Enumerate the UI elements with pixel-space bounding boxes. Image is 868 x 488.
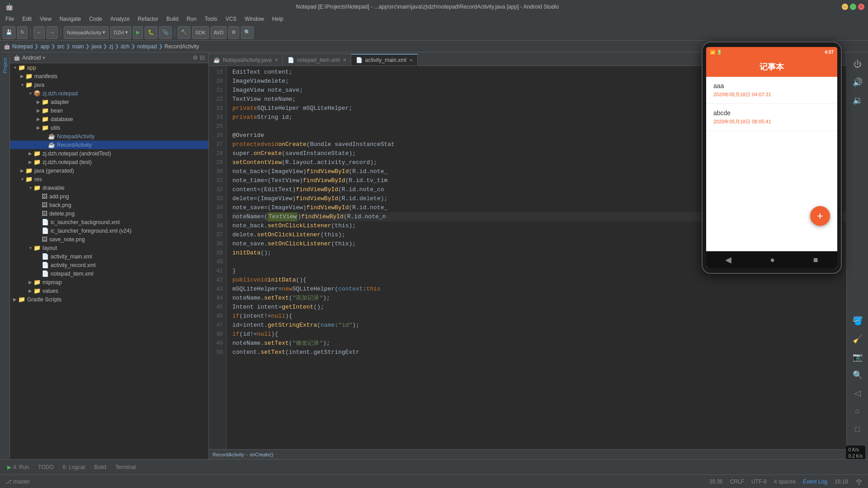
tree-item-pkg-main[interactable]: ▾ 📦 zj.dzh.notepad <box>10 89 208 98</box>
eraser-btn[interactable]: 🧹 <box>849 331 866 347</box>
toolbar-save[interactable]: 💾 <box>3 26 15 39</box>
tree-item-add-png[interactable]: ▶ 🖼 add.png <box>10 192 208 201</box>
device-dropdown[interactable]: DZH▾ <box>110 26 131 39</box>
close-button[interactable]: ✕ <box>858 4 864 10</box>
paint-bucket-btn[interactable]: 🪣 <box>849 313 866 329</box>
menu-vcs[interactable]: VCS <box>222 15 241 23</box>
tree-item-delete-png[interactable]: ▶ 🖼 delete.png <box>10 209 208 218</box>
tree-item-activity-record-xml[interactable]: ▶ 📄 activity_record.xml <box>10 261 208 269</box>
nav-recents-icon[interactable]: ■ <box>813 255 818 265</box>
tab-close-1[interactable]: ✕ <box>274 57 278 62</box>
tree-item-ic-bg-xml[interactable]: ▶ 📄 ic_launcher_background.xml <box>10 218 208 226</box>
menu-window[interactable]: Window <box>241 15 268 23</box>
bottom-tab-todo[interactable]: TODO <box>34 462 57 472</box>
device-fab[interactable]: + <box>810 206 830 226</box>
note-item-1[interactable]: aaa 2020年05月18日 04:07:31 <box>706 77 837 104</box>
tab-close-2[interactable]: ✕ <box>343 57 346 62</box>
indent[interactable]: 4 spaces <box>774 479 796 485</box>
tree-item-notepad-item-xml[interactable]: ▶ 📄 notepad_item.xml <box>10 269 208 278</box>
tab-notepad-item[interactable]: 📄 notepad_item.xml ✕ <box>283 54 351 66</box>
breadcrumb-java[interactable]: java <box>91 43 101 50</box>
volume-down-btn[interactable]: 🔉 <box>849 92 866 108</box>
breadcrumb-src[interactable]: src <box>57 43 64 50</box>
tree-item-back-png[interactable]: ▶ 🖼 back.png <box>10 201 208 209</box>
tab-notepad-activity[interactable]: ☕ NotepadActivity.java ✕ <box>209 54 283 66</box>
build-button[interactable]: 🔨 <box>178 26 190 39</box>
tree-item-manifests[interactable]: ▶ 📁 manifests <box>10 72 208 80</box>
android-dropdown-arrow[interactable]: ▾ <box>42 55 45 61</box>
zoom-btn[interactable]: 🔍 <box>849 367 866 383</box>
tree-item-ic-fg-xml[interactable]: ▶ 📄 ic_launcher_foreground.xml (v24) <box>10 226 208 235</box>
line-ending[interactable]: CRLF <box>730 479 744 485</box>
bottom-tab-logcat[interactable]: 6: Logcat <box>59 462 89 472</box>
bottom-tab-build[interactable]: Build <box>90 462 110 472</box>
tree-item-gradle[interactable]: ▶ 📁 Gradle Scripts <box>10 295 208 304</box>
breadcrumb-zj[interactable]: zj <box>109 43 113 50</box>
circle-btn[interactable]: ○ <box>849 403 866 419</box>
tree-item-java-gen[interactable]: ▶ 📁 java (generated) <box>10 166 208 175</box>
menu-refactor[interactable]: Refactor <box>134 15 162 23</box>
volume-up-btn[interactable]: 🔊 <box>849 74 866 90</box>
tree-item-layout[interactable]: ▾ 📁 layout <box>10 244 208 252</box>
tree-item-notepad-activity[interactable]: ▶ ☕ NotepadActivity <box>10 132 208 141</box>
tree-item-save-note-png[interactable]: ▶ 🖼 save_note.png <box>10 235 208 244</box>
tree-item-drawable[interactable]: ▾ 📁 drawable <box>10 183 208 192</box>
activity-dropdown[interactable]: NotepadActivity▾ <box>64 26 108 39</box>
panel-settings-icon[interactable]: ⚙ <box>193 54 198 61</box>
side-project[interactable]: Project <box>1 54 9 77</box>
tree-item-activity-main-xml[interactable]: ▶ 📄 activity_main.xml <box>10 252 208 261</box>
avd-manager[interactable]: AVD <box>211 26 227 39</box>
attach-button[interactable]: 📎 <box>159 26 172 39</box>
menu-help[interactable]: Help <box>269 15 287 23</box>
tree-item-values[interactable]: ▶ 📁 values <box>10 286 208 295</box>
menu-build[interactable]: Build <box>163 15 182 23</box>
tree-item-res[interactable]: ▾ 📁 res <box>10 175 208 183</box>
menu-tools[interactable]: Tools <box>201 15 221 23</box>
note-item-2[interactable]: abcde 2020年05月18日 08:05:41 <box>706 104 837 131</box>
event-log-link[interactable]: Event Log <box>803 479 827 485</box>
menu-edit[interactable]: Edit <box>19 15 35 23</box>
nav-back-icon[interactable]: ◀ <box>725 255 731 265</box>
camera-btn[interactable]: 📷 <box>849 349 866 365</box>
tree-item-adapter[interactable]: ▶ 📁 adapter <box>10 98 208 106</box>
tree-item-test[interactable]: ▶ 📁 zj.dzh.notepad (test) <box>10 158 208 166</box>
breadcrumb-notepad[interactable]: Notepad <box>12 43 33 50</box>
maximize-button[interactable]: □ <box>850 4 856 10</box>
bottom-tab-run[interactable]: ▶ 4: Run <box>4 462 33 472</box>
bottom-tab-terminal[interactable]: Terminal <box>112 462 139 472</box>
tree-item-bean[interactable]: ▶ 📁 bean <box>10 106 208 115</box>
breadcrumb-app[interactable]: app <box>40 43 49 50</box>
square-btn[interactable]: □ <box>849 421 866 437</box>
nav-home-icon[interactable]: ● <box>770 255 775 265</box>
tab-activity-main[interactable]: 📄 activity_main.xml ✕ <box>351 54 418 66</box>
sdk-manager[interactable]: SDK <box>192 26 209 39</box>
tree-item-androidtest[interactable]: ▶ 📁 zj.dzh.notepad (androidTest) <box>10 149 208 158</box>
power-tool-btn[interactable]: ⏻ <box>849 56 866 72</box>
menu-navigate[interactable]: Navigate <box>56 15 85 23</box>
back-nav-btn[interactable]: ◁ <box>849 385 866 401</box>
tree-item-utils[interactable]: ▶ 📁 utils <box>10 123 208 132</box>
run-button[interactable]: ▶ <box>133 26 143 39</box>
minimize-button[interactable]: — <box>842 4 848 10</box>
tree-item-database[interactable]: ▶ 📁 database <box>10 115 208 123</box>
tree-item-app[interactable]: ▾ 📁 app <box>10 63 208 72</box>
cursor-position[interactable]: 35:36 <box>709 479 723 485</box>
breadcrumb-notepad-pkg[interactable]: notepad <box>137 43 156 50</box>
breadcrumb-dzh[interactable]: dzh <box>121 43 129 50</box>
breadcrumb-main[interactable]: main <box>72 43 84 50</box>
tree-item-mipmap[interactable]: ▶ 📁 mipmap <box>10 278 208 286</box>
search-button[interactable]: 🔍 <box>241 26 254 39</box>
settings-button[interactable]: ⚙ <box>228 26 239 39</box>
toolbar-redo[interactable]: → <box>47 26 58 39</box>
menu-view[interactable]: View <box>36 15 55 23</box>
menu-run[interactable]: Run <box>183 15 200 23</box>
tree-item-java[interactable]: ▾ 📁 java <box>10 80 208 89</box>
breadcrumb-record-activity[interactable]: RecordActivity <box>165 43 199 50</box>
menu-analyze[interactable]: Analyze <box>107 15 133 23</box>
panel-collapse-icon[interactable]: ⊟ <box>200 54 205 61</box>
toolbar-undo[interactable]: ← <box>33 26 45 39</box>
toolbar-sync[interactable]: ↻ <box>17 26 28 39</box>
menu-code[interactable]: Code <box>85 15 106 23</box>
tab-close-3[interactable]: ✕ <box>409 58 413 63</box>
menu-file[interactable]: File <box>2 15 18 23</box>
